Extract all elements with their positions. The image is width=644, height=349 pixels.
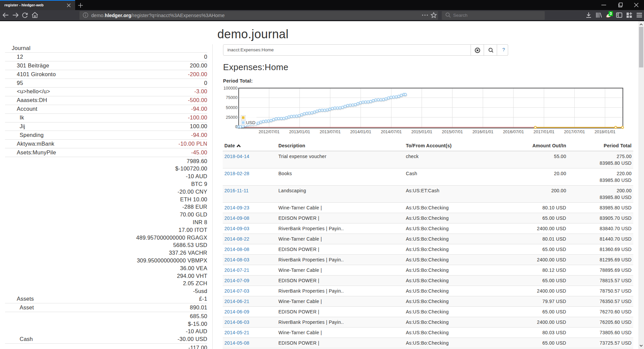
- svg-text:2015/01/01: 2015/01/01: [411, 130, 432, 134]
- svg-text:2015/07/01: 2015/07/01: [442, 130, 463, 134]
- svg-text:2018/01/01: 2018/01/01: [595, 130, 616, 134]
- svg-text:2013/01/01: 2013/01/01: [289, 130, 310, 134]
- svg-text:2014/01/01: 2014/01/01: [350, 130, 371, 134]
- svg-text:2017/01/01: 2017/01/01: [534, 130, 555, 134]
- svg-text:2013/07/01: 2013/07/01: [320, 130, 341, 134]
- svg-text:50000: 50000: [226, 105, 237, 110]
- svg-text:0: 0: [610, 11, 612, 16]
- svg-text:2017/07/01: 2017/07/01: [564, 130, 585, 134]
- svg-text:25000: 25000: [226, 115, 237, 120]
- svg-text:2016/07/01: 2016/07/01: [503, 130, 524, 134]
- svg-text:75000: 75000: [226, 95, 237, 100]
- svg-text:2016/01/01: 2016/01/01: [472, 130, 493, 134]
- svg-text:0: 0: [235, 124, 237, 129]
- svg-text:2014/07/01: 2014/07/01: [381, 130, 402, 134]
- svg-text:2012/07/01: 2012/07/01: [259, 130, 280, 134]
- svg-text:100000: 100000: [223, 86, 237, 91]
- svg-text:USD: USD: [246, 120, 256, 125]
